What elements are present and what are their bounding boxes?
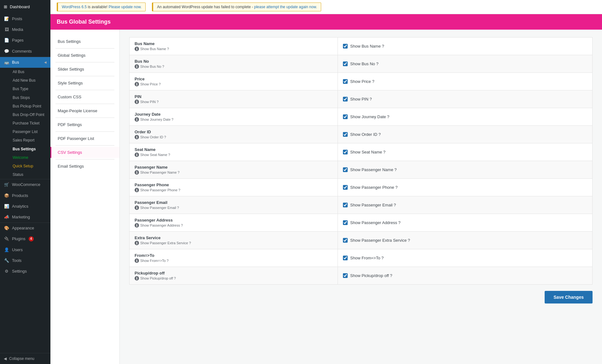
auto-update-retry-link[interactable]: please attempt the update again now. <box>254 5 317 9</box>
submenu-bus-settings[interactable]: Bus Settings <box>9 145 50 153</box>
field-hint-passenger-phone: ℹ Show Passenger Phone ? <box>135 188 333 192</box>
table-row: Bus No ℹ Show Bus No ? Show Bus No ? <box>130 55 593 73</box>
info-icon: ℹ <box>135 205 139 210</box>
checkbox-bus-name[interactable] <box>343 44 348 49</box>
pages-icon: 📄 <box>4 38 9 43</box>
sidebar-item-bus[interactable]: 🚌 Bus ◀ <box>0 57 50 68</box>
page-title: Bus Global Settings <box>57 19 111 25</box>
sidebar-dashboard[interactable]: ⊞ Dashboard <box>0 0 50 14</box>
wp-update-link[interactable]: WordPress 6.5 <box>62 5 87 9</box>
submenu-bus-pickup-point[interactable]: Bus Pickup Point <box>9 102 50 111</box>
collapse-menu[interactable]: ◀ Collapse menu <box>0 353 50 364</box>
sidebar-item-tools[interactable]: 🔧 Tools <box>0 255 50 266</box>
checkbox-pickup-dropoff[interactable] <box>343 273 348 278</box>
sub-nav-divider-7 <box>55 131 114 132</box>
checkbox-order-id[interactable] <box>343 132 348 137</box>
checkbox-seat-name[interactable] <box>343 150 348 154</box>
sub-nav-email-settings[interactable]: Email Settings <box>50 161 119 172</box>
sub-nav-custom-css[interactable]: Custom CSS <box>50 91 119 102</box>
sidebar-item-woocommerce[interactable]: 🛒 WooCommerce <box>0 179 50 190</box>
sidebar-item-comments[interactable]: 💬 Comments <box>0 46 50 57</box>
field-label-cell-journey-date: Journey Date ℹ Show Journey Date ? <box>130 108 338 126</box>
field-checkbox-cell-passenger-name: Show Passenger Name ? <box>338 161 593 179</box>
checkbox-label-price[interactable]: Show Price ? <box>343 79 587 84</box>
sub-nav-style-settings[interactable]: Style Settings <box>50 78 119 89</box>
submenu-bus-stops[interactable]: Bus Stops <box>9 94 50 102</box>
checkbox-label-extra-service[interactable]: Show Passenger Extra Service ? <box>343 238 587 243</box>
sidebar: ⊞ Dashboard 📝 Posts 🖼 Media 📄 Pages 💬 Co… <box>0 0 50 364</box>
checkbox-journey-date[interactable] <box>343 114 348 119</box>
field-hint-passenger-email: ℹ Show Passenger Email ? <box>135 205 333 210</box>
sidebar-item-pages[interactable]: 📄 Pages <box>0 35 50 46</box>
table-row: Pickup/drop off ℹ Show Pickup/drop off ?… <box>130 267 593 285</box>
checkbox-extra-service[interactable] <box>343 238 348 243</box>
submenu-passenger-list[interactable]: Passenger List <box>9 128 50 136</box>
sidebar-item-posts[interactable]: 📝 Posts <box>0 14 50 24</box>
table-row: Bus Name ℹ Show Bus Name ? Show Bus Name… <box>130 38 593 55</box>
submenu-quick-setup[interactable]: Quick Setup <box>9 162 50 170</box>
submenu-status[interactable]: Status <box>9 170 50 179</box>
checkbox-pin[interactable] <box>343 97 348 101</box>
sidebar-item-marketing[interactable]: 📣 Marketing <box>0 212 50 222</box>
field-label-cell-seat-name: Seat Name ℹ Show Seat Name ? <box>130 143 338 161</box>
wp-update-now-link[interactable]: Please update now. <box>109 5 142 9</box>
checkbox-passenger-email[interactable] <box>343 203 348 207</box>
checkbox-label-seat-name[interactable]: Show Seat Name ? <box>343 150 587 154</box>
sidebar-item-users[interactable]: 👤 Users <box>0 245 50 255</box>
sidebar-item-analytics[interactable]: 📊 Analytics <box>0 201 50 212</box>
checkbox-label-journey-date[interactable]: Show Journey Date ? <box>343 114 587 119</box>
sidebar-item-appearance[interactable]: 🎨 Appearance <box>0 223 50 234</box>
checkbox-label-passenger-name[interactable]: Show Passenger Name ? <box>343 167 587 172</box>
sub-nav-pdf-settings[interactable]: PDF Settings <box>50 119 119 130</box>
checkbox-label-passenger-email[interactable]: Show Passenger Email ? <box>343 203 587 207</box>
field-label-cell-order-id: Order ID ℹ Show Order ID ? <box>130 126 338 143</box>
checkbox-label-bus-name[interactable]: Show Bus Name ? <box>343 44 587 49</box>
checkbox-label-order-id[interactable]: Show Order ID ? <box>343 132 587 137</box>
submenu-bus-dropoff-point[interactable]: Bus Drop-Off Point <box>9 111 50 119</box>
checkbox-text-pickup-dropoff: Show Pickup/drop off ? <box>350 273 392 278</box>
checkbox-passenger-phone[interactable] <box>343 185 348 190</box>
submenu-add-new-bus[interactable]: Add New Bus <box>9 76 50 85</box>
settings-panel: Bus Name ℹ Show Bus Name ? Show Bus Name… <box>120 30 602 364</box>
checkbox-from-to[interactable] <box>343 256 348 260</box>
sub-nav-csv-settings[interactable]: CSV Settings <box>50 147 119 158</box>
sub-nav-global-settings[interactable]: Global Settings <box>50 50 119 61</box>
checkbox-label-passenger-phone[interactable]: Show Passenger Phone ? <box>343 185 587 190</box>
checkbox-bus-no[interactable] <box>343 61 348 66</box>
sub-nav-divider-2 <box>55 62 114 62</box>
sidebar-item-products[interactable]: 📦 Products <box>0 190 50 201</box>
table-row: Extra Service ℹ Show Passenger Extra Ser… <box>130 232 593 249</box>
plugins-icon: 🔌 <box>4 236 9 242</box>
sub-nav-slider-settings[interactable]: Slider Settings <box>50 64 119 75</box>
sidebar-item-settings[interactable]: ⚙ Settings <box>0 266 50 277</box>
field-checkbox-cell-pickup-dropoff: Show Pickup/drop off ? <box>338 267 593 285</box>
field-hint-bus-no: ℹ Show Bus No ? <box>135 64 333 69</box>
field-label-cell-passenger-address: Passenger Address ℹ Show Passenger Addre… <box>130 214 338 232</box>
field-label-extra-service: Extra Service <box>135 235 333 240</box>
sub-nav-mage-people-license[interactable]: Mage-People License <box>50 105 119 116</box>
sub-nav-pdf-passenger-list[interactable]: PDF Passenger List <box>50 133 119 144</box>
submenu-bus-type[interactable]: Bus Type <box>9 85 50 93</box>
checkbox-price[interactable] <box>343 79 348 84</box>
checkbox-label-pickup-dropoff[interactable]: Show Pickup/drop off ? <box>343 273 587 278</box>
submenu-welcome[interactable]: Welcome <box>9 153 50 162</box>
checkbox-text-from-to: Show From=>To ? <box>350 256 384 260</box>
bus-submenu: All Bus Add New Bus Bus Type Bus Stops B… <box>0 68 50 179</box>
sub-nav-divider-9 <box>55 159 114 159</box>
save-changes-button[interactable]: Save Changes <box>545 291 593 303</box>
sidebar-item-media[interactable]: 🖼 Media <box>0 24 50 35</box>
users-icon: 👤 <box>4 247 9 253</box>
submenu-purchase-ticket[interactable]: Purchase Ticket <box>9 119 50 128</box>
table-row: Price ℹ Show Price ? Show Price ? <box>130 73 593 90</box>
sub-nav-bus-settings[interactable]: Bus Settings <box>50 36 119 47</box>
checkbox-label-from-to[interactable]: Show From=>To ? <box>343 256 587 260</box>
checkbox-label-bus-no[interactable]: Show Bus No ? <box>343 61 587 66</box>
submenu-all-bus[interactable]: All Bus <box>9 68 50 76</box>
tools-icon: 🔧 <box>4 258 9 263</box>
checkbox-passenger-address[interactable] <box>343 220 348 225</box>
sidebar-item-plugins[interactable]: 🔌 Plugins 4 <box>0 234 50 244</box>
checkbox-label-passenger-address[interactable]: Show Passenger Address ? <box>343 220 587 225</box>
checkbox-label-pin[interactable]: Show PIN ? <box>343 97 587 101</box>
checkbox-passenger-name[interactable] <box>343 167 348 172</box>
submenu-sales-report[interactable]: Sales Report <box>9 136 50 145</box>
